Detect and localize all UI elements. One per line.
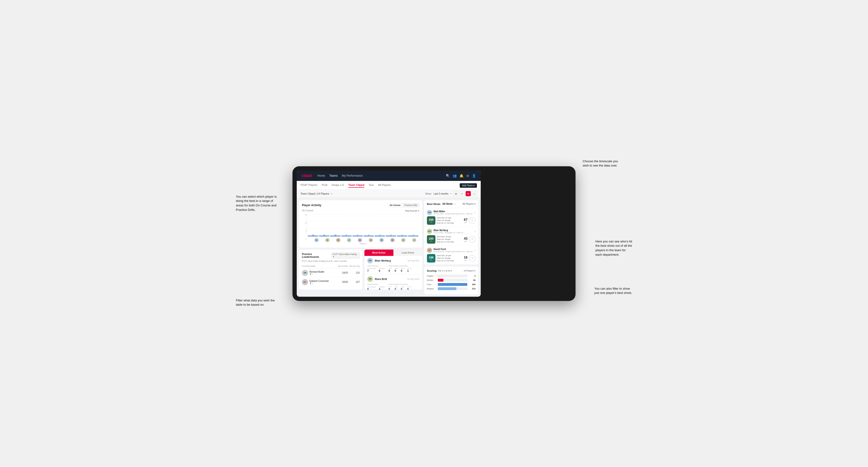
practice-stat-1: Practice 4 — [379, 286, 385, 290]
shot-chevron-1: › — [474, 230, 475, 233]
practice-label-1: Practice — [379, 286, 385, 288]
sub-nav: PGAT Players PGA Hcaps 1-5 Team Clippd T… — [297, 181, 481, 190]
bar-accent-0 — [308, 236, 318, 236]
practice-player-0: RB Richard Butler 🏅 1 — [302, 270, 336, 276]
shot-player-detail-2: 24 Aug 2023 · Royal North Devon GC, Hole… — [434, 250, 473, 253]
player-avatar-6: RB — [379, 238, 384, 242]
bar-accent-5 — [364, 236, 374, 236]
on-course-label: On Course — [302, 209, 313, 212]
player-activity-header: Player Activity On Course Practice Drill… — [302, 203, 420, 207]
shot-item-2[interactable]: DF David Ford 24 Aug 2023 · Royal North … — [424, 246, 478, 264]
subnav-hcaps[interactable]: Hcaps 1-5 — [332, 183, 344, 188]
col-player-name: PLAYER NAME — [302, 265, 336, 267]
arg-label-1: ARG — [401, 286, 404, 288]
putt-label-0: PUTT — [407, 268, 411, 269]
player-activity-title: Player Activity — [302, 204, 321, 207]
shot-player-name-1: Blair McHarg — [434, 229, 473, 231]
active-player-0: BM Blair McHarg 26 Aug 2023 Total Rounds — [365, 256, 422, 274]
avatar-icon[interactable]: 👤 — [472, 174, 476, 178]
nav-my-performance[interactable]: My Performance — [342, 173, 363, 178]
scoring-filter-par[interactable]: Par 3, 4 & 5s ▾ — [438, 270, 452, 272]
heart-view-icon[interactable]: ♥ — [466, 191, 471, 196]
bar-group-9: 2 — [408, 234, 418, 236]
bar-group-5: 4 — [364, 234, 374, 236]
least-active-tab[interactable]: Least Active — [394, 250, 423, 256]
practice-table-header: PLAYER NAME PB SCORE PB AVG SQ — [302, 264, 360, 269]
search-icon[interactable]: 🔍 — [446, 174, 450, 178]
active-player-header-0: BM Blair McHarg 26 Aug 2023 — [367, 258, 420, 263]
rounds-group-1: Total Rounds Tournament 8 Practice — [367, 283, 385, 290]
all-players-filter[interactable]: All Players ▾ — [463, 203, 475, 205]
player-avatar-0: BM — [314, 238, 319, 242]
practice-drills-toggle[interactable]: Practice Drills — [402, 203, 419, 207]
grid-view-icon[interactable]: ⊞ — [453, 191, 459, 196]
all-shots-tab[interactable]: All Shots — [442, 203, 453, 205]
subnav-team-clippd[interactable]: Team Clippd — [348, 183, 365, 188]
bar-accent-2 — [330, 236, 340, 236]
avatar-group-4: EE — [355, 237, 365, 242]
practice-player-name-1: Edward Crossman — [309, 280, 329, 282]
subnav-pga[interactable]: PGA — [322, 183, 328, 188]
practice-rank-0: 🏅 1 — [309, 273, 324, 275]
chevron-down-icon: ▾ — [450, 192, 452, 195]
putt-stat-1: PUTT 0 — [407, 286, 411, 290]
add-team-button[interactable]: Add Team ▾ — [460, 183, 477, 188]
team-header: Team Clippd | 14 Players ✎ Show: Last 3 … — [297, 190, 481, 198]
rounds-row-1: Tournament 8 Practice 4 — [367, 286, 385, 290]
scoring-filter-players[interactable]: All Players ▾ — [464, 270, 475, 272]
shot-zero-1: 0 — [469, 236, 475, 243]
settings-view-icon[interactable]: ≈ — [472, 191, 477, 196]
shot-metric-unit-2: yds — [464, 259, 467, 261]
edit-icon[interactable]: ✎ — [331, 192, 333, 195]
active-player-name-1: Rees Britt — [375, 278, 405, 280]
practice-player-name-0: Richard Butler — [309, 271, 324, 273]
putt-val-0: 1 — [407, 269, 411, 272]
shot-end-lie-0: End Lie: In The Hole — [437, 222, 462, 224]
scoring-row-pars: Pars 499 — [427, 283, 475, 286]
bell-icon[interactable]: 🔔 — [460, 174, 464, 178]
avatar-group-5: OB — [366, 237, 376, 242]
active-player-name-0: Blair McHarg — [375, 259, 405, 262]
tournament-val-0: 7 — [367, 269, 376, 272]
shot-stats-row-0: 200 SG Shot Dist: 67 yds Start Lie: Roug… — [427, 216, 475, 225]
eagles-bar — [438, 275, 438, 277]
shot-dist-1: Shot Dist: 43 yds — [437, 236, 462, 238]
putt-val-1: 0 — [407, 288, 411, 290]
most-active-tab[interactable]: Most Active — [365, 250, 394, 256]
app-val-1: 0 — [395, 288, 398, 290]
shot-desc-1: Shot Dist: 43 yds Start Lie: Rough End L… — [437, 236, 462, 243]
bar-group-1: 12 — [319, 234, 329, 236]
nav-home[interactable]: Home — [317, 173, 325, 178]
shot-badge-1: 200 SG — [427, 235, 435, 244]
shots-tab-chevron: ▾ — [455, 203, 456, 205]
shot-item-0[interactable]: MM Matt Miller 09 Jun 2023 · Royal North… — [424, 208, 478, 227]
shot-desc-0: Shot Dist: 67 yds Start Lie: Rough End L… — [437, 217, 462, 224]
shot-item-1[interactable]: BM Blair McHarg 23 Jul 2023 · Ashridge G… — [424, 227, 478, 246]
team-header-right: Show: Last 3 months ▾ ⊞ ≡ ♥ ≈ — [425, 191, 477, 196]
pars-label: Pars — [427, 283, 436, 286]
time-period-select[interactable]: Last 3 months — [434, 192, 448, 195]
practice-filter[interactable]: PUTT Must Make Putting ▾ — [331, 252, 360, 258]
practice-activities-label-0: Total Practice Activities — [389, 265, 411, 267]
tournament-label-1: Tournament — [367, 286, 376, 288]
player-avatar-9: LR — [412, 238, 416, 242]
tournament-val-1: 8 — [367, 288, 376, 290]
arg-val-0: 0 — [401, 269, 404, 272]
chart-filter-chevron[interactable]: ▾ — [418, 210, 420, 212]
on-course-toggle[interactable]: On Course — [388, 203, 402, 207]
subnav-all-players[interactable]: All Players — [378, 183, 391, 188]
pars-val: 499 — [469, 283, 475, 286]
plus-circle-icon[interactable]: ⊕ — [466, 174, 469, 178]
gtt-val-0: 0 — [389, 269, 392, 272]
shot-dist-0: Shot Dist: 67 yds — [437, 217, 462, 219]
birdies-bar — [438, 279, 443, 282]
users-icon[interactable]: 👥 — [453, 174, 457, 178]
practice-row-0: RB Richard Butler 🏅 1 19/20 110 — [302, 269, 360, 278]
subnav-tour[interactable]: Tour — [369, 183, 374, 188]
nav-teams[interactable]: Teams — [329, 173, 338, 178]
list-view-icon[interactable]: ≡ — [460, 191, 465, 196]
subnav-pgat[interactable]: PGAT Players — [301, 183, 317, 188]
shot-badge-label-2: SG — [430, 259, 432, 261]
scoring-title: Scoring — [427, 269, 437, 272]
practice-pb-score-0: 19/20 — [336, 272, 348, 274]
